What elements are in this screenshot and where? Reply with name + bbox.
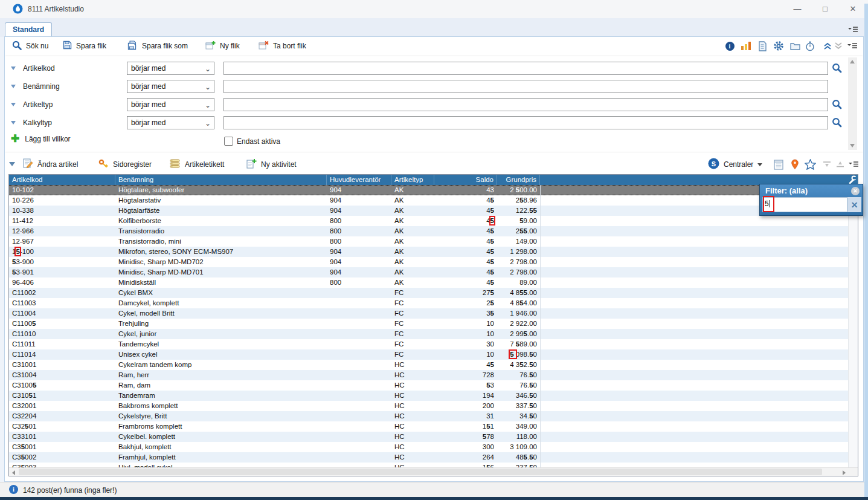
table-row[interactable]: C31004Ram, herrHC72876.50 [9, 370, 848, 380]
column-header-type[interactable]: Artikeltyp [391, 175, 434, 185]
filter-popup-input[interactable]: 5 [762, 197, 847, 212]
side-register-button[interactable]: Sidoregister [98, 158, 152, 171]
new-activity-button[interactable]: Ny aktivitet [246, 158, 297, 171]
expand-all-icon[interactable] [834, 40, 843, 52]
filter-scrollbar[interactable] [848, 57, 857, 150]
article-label-button[interactable]: Artikeletikett [170, 158, 224, 171]
column-header-supplier[interactable]: Huvudleverantör [327, 175, 391, 185]
cell-saldo: 264 [434, 452, 497, 463]
collapse-all-icon[interactable] [823, 40, 832, 52]
checkbox-icon[interactable] [224, 137, 233, 146]
table-row[interactable]: C31005Ram, damHC5376.50 [9, 380, 848, 391]
maximize-button[interactable]: □ [812, 0, 838, 18]
scroll-up-icon[interactable] [850, 60, 855, 63]
toolbar-menu-icon[interactable] [846, 40, 858, 52]
scroll-down-icon[interactable] [850, 144, 855, 148]
minimize-button[interactable]: — [784, 0, 811, 18]
cell-price: 349.00 [497, 421, 540, 432]
actionbar-menu-icon[interactable] [847, 158, 860, 170]
table-row[interactable]: C31051TandemramHC194346.50 [9, 391, 848, 401]
field-dropdown-icon[interactable] [11, 103, 16, 106]
table-row[interactable]: 11-412Kolfiberborste800AK4559.00 [9, 216, 848, 226]
table-row[interactable]: 53-901Minidisc, Sharp MD-MD701904AK452 7… [9, 267, 848, 278]
column-header-code[interactable]: Artikelkod [9, 175, 115, 185]
filter-operator-select[interactable]: börjar med⌄ [127, 80, 214, 93]
filter-operator-select[interactable]: börjar med⌄ [127, 98, 214, 111]
table-row[interactable]: C35002Framhjul, komplettHC264485.50 [9, 452, 848, 463]
add-condition-button[interactable]: ✚ Lägg till villkor [11, 135, 71, 143]
filter-operator-select[interactable]: börjar med⌄ [127, 62, 214, 75]
column-header-price[interactable]: Grundpris [497, 175, 540, 185]
table-row[interactable]: C11005TrehjulingFC102 922.00 [9, 319, 848, 329]
table-row[interactable]: C11003Damcykel, komplettFC254 854.00 [9, 298, 848, 308]
filter-value-input[interactable] [223, 62, 828, 75]
scroll-right-icon[interactable] [843, 470, 846, 475]
table-row[interactable]: C11002Cykel BMXFC2754 855.00 [9, 288, 848, 298]
new-tab-button[interactable]: Ny flik [205, 39, 240, 53]
section-collapse-icon[interactable] [9, 162, 15, 166]
field-dropdown-icon[interactable] [11, 121, 16, 125]
table-row[interactable]: C35001Bakhjul, komplettHC3003 109.00 [9, 442, 848, 452]
popup-clear-icon[interactable]: ✕ [847, 197, 861, 212]
info-icon[interactable]: i [724, 40, 736, 52]
table-vertical-scrollbar[interactable] [848, 185, 858, 467]
search-icon[interactable] [832, 117, 842, 130]
search-icon[interactable] [832, 99, 842, 112]
table-row[interactable]: 12-966Transistorradio800AK45255.00 [9, 226, 848, 236]
field-dropdown-icon[interactable] [11, 67, 16, 70]
table-row[interactable]: C33101Cykelbel. komplettHC578118.00 [9, 432, 848, 442]
timer-icon[interactable] [804, 40, 816, 52]
filter-value-input[interactable] [223, 98, 828, 111]
table-row[interactable]: C11004Cykel, modell BrittFC351 946.00 [9, 308, 848, 319]
filter-value-input[interactable] [223, 116, 828, 129]
bar-chart-icon[interactable] [740, 40, 752, 52]
settings-gear-icon[interactable] [773, 40, 785, 52]
table-row[interactable]: C32501Frambroms komplettHC151349.00 [9, 421, 848, 432]
table-row[interactable]: 10-226Högtalarstativ904AK45258.96 [9, 195, 848, 206]
table-horizontal-scrollbar[interactable] [9, 467, 858, 476]
table-row[interactable]: C11010Cykel, juniorFC102 995.00 [9, 329, 848, 339]
save-tab-button[interactable]: Spara flik [63, 39, 106, 53]
star-icon[interactable] [803, 158, 817, 170]
search-now-button[interactable]: Sök nu [12, 39, 48, 53]
column-header-name[interactable]: Benämning [115, 175, 327, 185]
table-row[interactable]: 96-406Minidiskställ800AK4589.00 [9, 278, 848, 288]
folder-icon[interactable] [789, 40, 801, 52]
cell-type: HC [391, 401, 434, 411]
table-row[interactable]: 53-900Minidisc, Sharp MD-MD702904AK452 7… [9, 257, 848, 267]
table-row[interactable]: C32204Cykelstyre, BrittHC3134.50 [9, 411, 848, 421]
scroll-left-icon[interactable] [12, 470, 15, 475]
tab-standard[interactable]: Standard [5, 22, 52, 37]
cell-saldo: 10 [434, 329, 497, 339]
column-header-saldo[interactable]: Saldo [434, 175, 497, 185]
close-button[interactable]: ✕ [840, 0, 866, 18]
field-dropdown-icon[interactable] [11, 85, 16, 88]
collapse-rows-icon[interactable] [820, 158, 834, 170]
table-row[interactable]: C35003Hjul, modell cykelHC156237.50 [9, 463, 848, 467]
notepad-icon[interactable] [772, 158, 785, 170]
table-row[interactable]: 10-338Högtalarfäste904AK45122.55 [9, 206, 848, 216]
table-row[interactable]: C11011TandemcykelFC307 589.00 [9, 339, 848, 349]
edit-article-button[interactable]: Ändra artikel [23, 158, 78, 171]
save-tab-as-button[interactable]: Spara flik som [127, 39, 188, 53]
popup-close-icon[interactable]: ✕ [851, 187, 860, 195]
remove-tab-button[interactable]: Ta bort flik [259, 39, 306, 53]
table-row[interactable]: 10-102Högtalare, subwoofer904AK432 500.0… [9, 185, 848, 195]
table-row[interactable]: 12-967Transistorradio, mini800AK45149.00 [9, 236, 848, 247]
table-row[interactable]: C32001Bakbroms komplettHC200337.50 [9, 401, 848, 411]
filter-operator-select[interactable]: börjar med⌄ [127, 116, 214, 129]
table-row[interactable]: C31001Cykelram tandem kompHC454 352.50 [9, 360, 848, 370]
search-icon[interactable] [832, 63, 842, 76]
table-row[interactable]: C11014Unisex cykelFC105 098.50 [9, 349, 848, 360]
report-icon[interactable] [756, 40, 768, 52]
map-pin-icon[interactable] [788, 158, 802, 170]
only-active-checkbox[interactable]: Endast aktiva [224, 137, 280, 146]
filter-value-input[interactable] [223, 80, 828, 93]
cell-type: AK [391, 226, 434, 236]
cell-type: HC [391, 442, 434, 452]
tabstrip-menu-icon[interactable] [847, 25, 858, 36]
expand-rows-icon[interactable] [834, 158, 847, 170]
centraler-dropdown[interactable]: S Centraler [708, 158, 762, 171]
scrollbar-thumb[interactable] [19, 469, 822, 475]
table-row[interactable]: 15-100Mikrofon, stereo, SONY ECM-MS90790… [9, 247, 848, 257]
